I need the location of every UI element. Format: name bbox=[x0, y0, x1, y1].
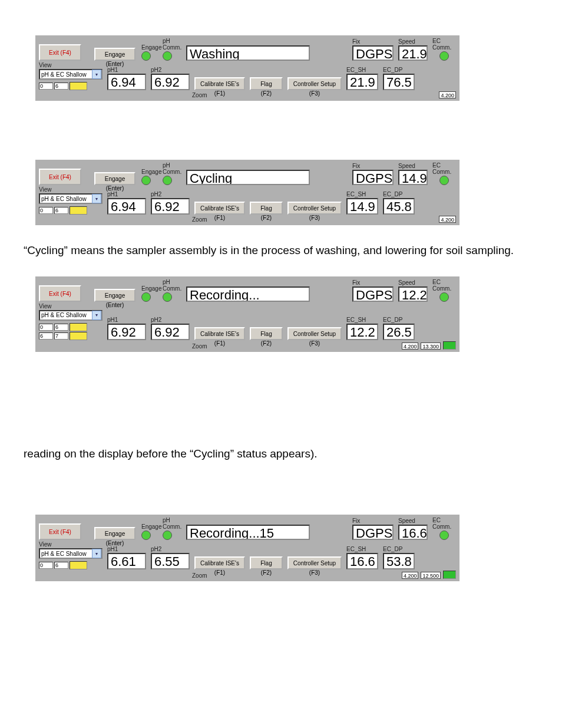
mini-value-7: 7 bbox=[54, 332, 68, 340]
ui-panel: Exit (F4) Engage (Enter) Engage pH Comm.… bbox=[35, 160, 459, 225]
ph2-label: pH2 bbox=[151, 546, 161, 552]
mini-value-6: 6 bbox=[54, 562, 68, 569]
chevron-down-icon: ▾ bbox=[92, 70, 101, 79]
ecdp-display: 76.5 bbox=[383, 74, 415, 90]
engage-button[interactable]: Engage (Enter) bbox=[94, 172, 135, 185]
caption-reading: reading on the display before the “Cycli… bbox=[24, 446, 538, 462]
ecdp-label: EC_DP bbox=[383, 191, 402, 197]
green-bar bbox=[443, 341, 456, 350]
phcomm-led bbox=[163, 176, 172, 185]
calibrate-button[interactable]: Calibrate ISE's (F1) bbox=[194, 202, 245, 215]
phcomm-label: pH Comm. bbox=[163, 279, 184, 292]
controller-setup-button[interactable]: Controller Setup (F3) bbox=[287, 327, 342, 340]
ph2-label: pH2 bbox=[151, 191, 161, 197]
mini-value-6: 6 bbox=[54, 83, 68, 90]
engage-led bbox=[141, 176, 151, 185]
ph1-label: pH1 bbox=[107, 546, 118, 552]
engage-led bbox=[141, 292, 151, 302]
phcomm-led bbox=[163, 531, 172, 540]
caption-cycling: “Cycling” means the sampler assembly is … bbox=[24, 243, 538, 259]
ui-panel: Exit (F4) Engage (Enter) Engage pH Comm.… bbox=[35, 515, 459, 581]
speed-display: 21.9 bbox=[398, 45, 428, 61]
view-select-value: pH & EC Shallow bbox=[41, 196, 87, 202]
flag-button[interactable]: Flag (F2) bbox=[250, 77, 283, 90]
controller-setup-button[interactable]: Controller Setup (F3) bbox=[287, 77, 342, 90]
phcomm-label: pH Comm. bbox=[163, 38, 184, 51]
calibrate-button[interactable]: Calibrate ISE's (F1) bbox=[194, 556, 245, 569]
phcomm-label: pH Comm. bbox=[163, 517, 184, 530]
fix-display: DGPS bbox=[352, 170, 394, 185]
ph2-display: 6.92 bbox=[151, 198, 190, 215]
speed-label: Speed bbox=[398, 38, 415, 45]
exit-button[interactable]: Exit (F4) bbox=[39, 44, 81, 61]
fix-label: Fix bbox=[352, 518, 360, 524]
status-display: Washing bbox=[186, 45, 310, 61]
ph1-display: 6.94 bbox=[107, 74, 146, 90]
yellow-bar-2 bbox=[70, 332, 87, 340]
phcomm-led bbox=[163, 51, 172, 61]
view-select[interactable]: pH & EC Shallow ▾ bbox=[39, 310, 103, 321]
speed-display: 16.6 bbox=[398, 525, 428, 540]
mini-value-0: 0 bbox=[39, 562, 53, 569]
eccomm-led bbox=[439, 292, 449, 302]
engage-label: Engage bbox=[141, 169, 161, 175]
engage-led bbox=[141, 531, 151, 540]
ecsh-display: 16.6 bbox=[346, 553, 378, 569]
calibrate-button[interactable]: Calibrate ISE's (F1) bbox=[194, 327, 245, 340]
ecsh-display: 21.9 bbox=[346, 74, 378, 90]
yellow-bar bbox=[70, 82, 87, 90]
ph1-display: 6.94 bbox=[107, 198, 146, 215]
exit-button[interactable]: Exit (F4) bbox=[39, 169, 81, 185]
zoom-label: Zoom bbox=[192, 216, 207, 223]
speed-display: 14.9 bbox=[398, 170, 428, 185]
controller-setup-button[interactable]: Controller Setup (F3) bbox=[287, 202, 342, 215]
view-select[interactable]: pH & EC Shallow ▾ bbox=[39, 193, 103, 204]
exit-button[interactable]: Exit (F4) bbox=[39, 285, 81, 302]
engage-label: Engage bbox=[141, 285, 161, 292]
speed-label: Speed bbox=[398, 163, 415, 169]
ui-panel: Exit (F4) Engage (Enter) Engage pH Comm.… bbox=[35, 276, 459, 352]
phcomm-label: pH Comm. bbox=[163, 162, 184, 175]
exit-button[interactable]: Exit (F4) bbox=[39, 523, 81, 540]
speed-label: Speed bbox=[398, 279, 415, 286]
engage-button[interactable]: Engage (Enter) bbox=[94, 527, 135, 540]
engage-button[interactable]: Engage (Enter) bbox=[94, 289, 135, 302]
speed-display: 12.2 bbox=[398, 286, 428, 302]
ph1-label: pH1 bbox=[107, 191, 118, 197]
eccomm-label: EC Comm. bbox=[432, 279, 456, 292]
tail-value-1: 12.500 bbox=[421, 572, 441, 579]
ecdp-display: 45.8 bbox=[383, 198, 415, 215]
ph1-label: pH1 bbox=[107, 67, 118, 73]
view-select-value: pH & EC Shallow bbox=[41, 71, 87, 78]
status-display: Cycling bbox=[186, 170, 310, 185]
yellow-bar bbox=[70, 323, 87, 331]
ecsh-display: 14.9 bbox=[346, 198, 378, 215]
fix-display: DGPS bbox=[352, 286, 394, 302]
zoom-label: Zoom bbox=[192, 572, 207, 579]
zoom-label: Zoom bbox=[192, 92, 207, 98]
fix-display: DGPS bbox=[352, 45, 394, 61]
fix-display: DGPS bbox=[352, 525, 394, 540]
green-bar bbox=[443, 571, 456, 579]
mini-value-0: 0 bbox=[39, 207, 53, 214]
flag-button[interactable]: Flag (F2) bbox=[250, 327, 283, 340]
ph2-display: 6.92 bbox=[151, 324, 190, 340]
chevron-down-icon: ▾ bbox=[92, 549, 101, 558]
ecsh-display: 12.2 bbox=[346, 324, 378, 340]
controller-setup-button[interactable]: Controller Setup (F3) bbox=[287, 556, 342, 569]
engage-button[interactable]: Engage (Enter) bbox=[94, 48, 135, 61]
flag-button[interactable]: Flag (F2) bbox=[250, 556, 283, 569]
flag-button[interactable]: Flag (F2) bbox=[250, 202, 283, 215]
view-select[interactable]: pH & EC Shallow ▾ bbox=[39, 548, 103, 559]
ph2-label: pH2 bbox=[151, 67, 161, 73]
yellow-bar bbox=[70, 561, 87, 569]
ecdp-label: EC_DP bbox=[383, 546, 402, 552]
mini-value-6b: 6 bbox=[39, 332, 53, 340]
view-label: View bbox=[39, 303, 52, 309]
tail-value-0: 4.200 bbox=[402, 342, 419, 350]
ecdp-display: 26.5 bbox=[383, 324, 415, 340]
calibrate-button[interactable]: Calibrate ISE's (F1) bbox=[194, 77, 245, 90]
eccomm-led bbox=[439, 531, 449, 540]
view-select[interactable]: pH & EC Shallow ▾ bbox=[39, 69, 103, 80]
mini-value-0: 0 bbox=[39, 324, 53, 331]
